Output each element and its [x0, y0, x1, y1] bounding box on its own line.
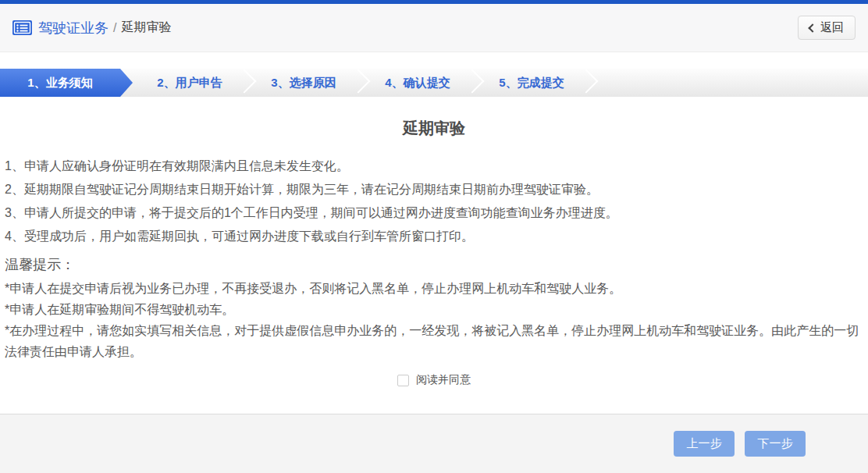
tip-item-3: *在办理过程中，请您如实填写相关信息，对于提供虚假信息申办业务的，一经发现，将被… — [5, 320, 863, 362]
agree-checkbox[interactable] — [397, 375, 409, 386]
step-bar-filler — [589, 69, 868, 97]
page: 驾驶证业务 / 延期审验 返回 1、业务须知 2、用户申告 3、选择原因 4、确… — [0, 0, 868, 473]
header: 驾驶证业务 / 延期审验 返回 — [0, 4, 868, 52]
chevron-left-icon — [808, 23, 816, 32]
page-title: 延期审验 — [5, 117, 863, 139]
step-5-complete-submit: 5、完成提交 — [475, 69, 589, 97]
back-button-label: 返回 — [820, 20, 844, 35]
step-label: 1、业务须知 — [27, 76, 92, 91]
notice-list: 1、申请人应确认身份证明在有效期限满内且信息未发生变化。 2、延期期限自驾驶证记… — [5, 155, 863, 248]
breadcrumb-separator: / — [113, 21, 116, 35]
step-label: 3、选择原因 — [271, 76, 336, 91]
agree-row[interactable]: 阅读并同意 — [5, 373, 863, 387]
list-icon — [12, 20, 32, 35]
step-1-business-notice: 1、业务须知 — [0, 69, 133, 97]
step-2-user-declaration: 2、用户申告 — [133, 69, 247, 97]
step-3-select-reason: 3、选择原因 — [247, 69, 361, 97]
step-label: 5、完成提交 — [499, 76, 564, 91]
previous-step-button[interactable]: 上一步 — [674, 431, 735, 457]
step-progress-bar: 1、业务须知 2、用户申告 3、选择原因 4、确认提交 5、完成提交 — [0, 69, 868, 97]
step-label: 4、确认提交 — [385, 76, 450, 91]
breadcrumb-current-page: 延期审验 — [121, 20, 171, 36]
tip-item-1: *申请人在提交申请后视为业务已办理，不再接受退办，否则将记入黑名单，停止办理网上… — [5, 278, 863, 299]
tip-item-2: *申请人在延期审验期间不得驾驶机动车。 — [5, 299, 863, 320]
notice-item-3: 3、申请人所提交的申请，将于提交后的1个工作日内受理，期间可以通过网办进度查询功… — [5, 201, 863, 225]
notice-item-2: 2、延期期限自驾驶证记分周期结束日期开始计算，期限为三年，请在记分周期结束日期前… — [5, 178, 863, 201]
step-4-confirm-submit: 4、确认提交 — [361, 69, 475, 97]
agree-label: 阅读并同意 — [416, 373, 471, 387]
notice-item-4: 4、受理成功后，用户如需延期回执，可通过网办进度下载或自行到车管所窗口打印。 — [5, 225, 863, 248]
footer-action-bar: 上一步 下一步 — [0, 414, 868, 473]
breadcrumb-service-category[interactable]: 驾驶证业务 — [38, 19, 108, 37]
next-step-button[interactable]: 下一步 — [745, 431, 806, 457]
notice-item-1: 1、申请人应确认身份证明在有效期限满内且信息未发生变化。 — [5, 155, 863, 178]
tips-title: 温馨提示： — [5, 251, 863, 278]
step-label: 2、用户申告 — [157, 76, 222, 91]
tips-list: *申请人在提交申请后视为业务已办理，不再接受退办，否则将记入黑名单，停止办理网上… — [5, 278, 863, 362]
main-content: 延期审验 1、申请人应确认身份证明在有效期限满内且信息未发生变化。 2、延期期限… — [0, 117, 868, 387]
back-button[interactable]: 返回 — [798, 16, 856, 40]
